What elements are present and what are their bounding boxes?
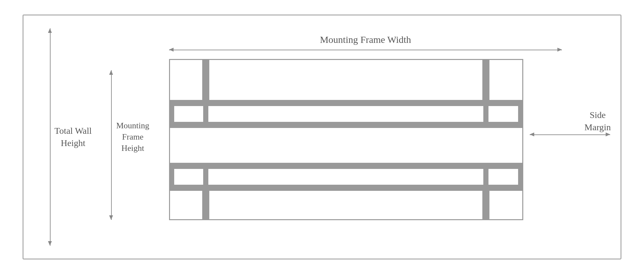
side-margin-text-line2: Margin xyxy=(584,121,611,133)
mounting-frame-height-label: Mounting Frame Height xyxy=(116,120,149,154)
panel-row1-col2 xyxy=(208,59,483,101)
diagram-container: Total Wall Height Mounting Frame Height … xyxy=(23,15,621,259)
panel-row2 xyxy=(169,127,523,164)
grid-h-line-row2-top xyxy=(169,122,523,127)
total-wall-height-text-line1: Total Wall xyxy=(54,125,92,137)
panel-row3-col2 xyxy=(208,190,483,220)
mounting-frame-height-arrow-up xyxy=(109,70,113,75)
side-margin-text-line1: Side xyxy=(584,109,611,121)
mounting-frame-width-arrow-right xyxy=(557,48,562,52)
grid-h-line-row3-top xyxy=(169,185,523,190)
mounting-frame-width-label: Mounting Frame Width xyxy=(169,34,562,45)
grid-h-line-row2-bot xyxy=(169,164,523,169)
panel-row3-col1 xyxy=(169,190,203,220)
mounting-frame-height-arrow-down xyxy=(109,215,113,220)
panel-row3-col3 xyxy=(488,190,523,220)
grid-h-line-row1-bot xyxy=(169,101,523,106)
side-margin-line xyxy=(530,134,610,135)
total-wall-height-label: Total Wall Height xyxy=(54,125,92,149)
mounting-frame-height-text-line1: Mounting xyxy=(116,120,149,131)
side-margin-arrow-left xyxy=(530,132,534,136)
mounting-frame-height-line xyxy=(111,70,112,220)
total-wall-height-arrow-up xyxy=(48,28,52,33)
panel-row1-col1 xyxy=(169,59,203,101)
total-wall-height-text-line2: Height xyxy=(54,137,92,149)
total-wall-height-line xyxy=(50,28,51,246)
mounting-frame-width-line xyxy=(169,50,562,50)
total-wall-height-arrow-down xyxy=(48,241,52,246)
side-margin-label: Side Margin xyxy=(584,109,611,133)
mounting-frame-width-arrow-left xyxy=(169,48,174,52)
panel-row1-col3 xyxy=(488,59,523,101)
mounting-frame-height-text-line3: Height xyxy=(116,143,149,154)
mounting-frame-height-text-line2: Frame xyxy=(116,131,149,142)
